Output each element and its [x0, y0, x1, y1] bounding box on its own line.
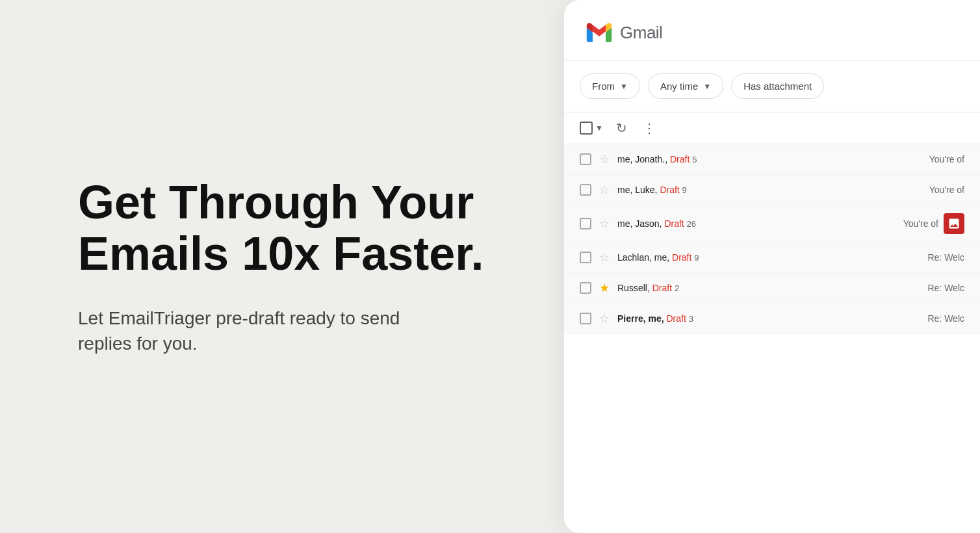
gmail-logo-icon — [585, 18, 613, 47]
email-senders: Lachlan, me, Draft 9 — [617, 252, 699, 263]
email-content: me, Jason, Draft 26 You're of — [617, 213, 964, 234]
email-checkbox[interactable] — [580, 218, 591, 229]
draft-label: Draft — [670, 154, 690, 164]
left-panel: Get Through Your Emails 10x Faster. Let … — [0, 125, 564, 409]
email-count: 5 — [692, 155, 697, 164]
email-preview: You're of — [929, 154, 964, 164]
email-checkbox[interactable] — [580, 282, 591, 294]
gmail-logo: Gmail — [585, 18, 662, 47]
table-row[interactable]: ☆ me, Jonath., Draft 5 You're of — [564, 144, 980, 175]
gmail-header: Gmail — [564, 0, 980, 60]
email-preview: Re: Welc — [927, 283, 964, 293]
email-checkbox[interactable] — [580, 184, 591, 196]
filter-anytime-label: Any time — [660, 81, 698, 92]
table-row[interactable]: ☆ me, Jason, Draft 26 You're of — [564, 205, 980, 242]
email-content: Pierre, me, Draft 3 Re: Welc — [617, 313, 964, 324]
email-count: 3 — [689, 314, 693, 324]
email-senders: me, Jason, Draft 26 — [617, 218, 696, 229]
email-content: me, Luke, Draft 9 You're of — [617, 184, 964, 196]
email-content: Lachlan, me, Draft 9 Re: Welc — [617, 252, 964, 263]
select-all-wrapper[interactable]: ▼ — [580, 122, 603, 135]
email-count: 9 — [694, 253, 699, 263]
filter-anytime-button[interactable]: Any time ▼ — [648, 73, 723, 99]
email-senders: Russell, Draft 2 — [617, 283, 679, 293]
email-checkbox[interactable] — [580, 153, 591, 165]
email-list: ☆ me, Jonath., Draft 5 You're of ☆ me, L… — [564, 144, 980, 533]
email-senders: me, Jonath., Draft 5 — [617, 154, 697, 164]
email-meta: me, Jason, Draft 26 — [617, 218, 903, 229]
email-meta: Russell, Draft 2 — [617, 282, 927, 294]
draft-label: Draft — [664, 218, 684, 229]
email-content: Russell, Draft 2 Re: Welc — [617, 282, 964, 294]
draft-label: Draft — [660, 185, 679, 195]
filter-attachment-button[interactable]: Has attachment — [731, 73, 824, 99]
email-meta: Lachlan, me, Draft 9 — [617, 252, 927, 263]
select-all-checkbox[interactable] — [580, 122, 593, 135]
email-preview: Re: Welc — [927, 313, 964, 324]
table-row[interactable]: ★ Russell, Draft 2 Re: Welc — [564, 273, 980, 304]
refresh-icon[interactable]: ↻ — [613, 118, 630, 138]
email-meta: Pierre, me, Draft 3 — [617, 313, 927, 324]
email-senders: me, Luke, Draft 9 — [617, 185, 687, 195]
filter-attachment-label: Has attachment — [743, 81, 812, 92]
gmail-panel: Gmail From ▼ Any time ▼ Has attachment ▼… — [564, 0, 980, 533]
filter-bar: From ▼ Any time ▼ Has attachment — [564, 60, 980, 112]
image-attachment-thumbnail — [944, 213, 964, 234]
gmail-title: Gmail — [620, 23, 662, 43]
email-checkbox[interactable] — [580, 252, 591, 263]
select-chevron-icon[interactable]: ▼ — [595, 124, 603, 133]
chevron-down-icon: ▼ — [620, 82, 628, 91]
subheadline: Let EmailTriager pre-draft ready to send… — [78, 306, 416, 356]
star-icon[interactable]: ☆ — [599, 311, 610, 326]
email-preview: Re: Welc — [927, 252, 964, 263]
headline: Get Through Your Emails 10x Faster. — [78, 177, 500, 280]
email-checkbox[interactable] — [580, 313, 591, 324]
image-icon — [948, 217, 961, 230]
chevron-down-icon: ▼ — [703, 82, 711, 91]
draft-label: Draft — [672, 252, 691, 263]
email-count: 26 — [687, 219, 696, 229]
filter-from-label: From — [592, 81, 615, 92]
email-count: 9 — [682, 185, 687, 195]
table-row[interactable]: ☆ Pierre, me, Draft 3 Re: Welc — [564, 304, 980, 334]
star-icon[interactable]: ☆ — [599, 183, 610, 197]
draft-label: Draft — [667, 313, 686, 324]
star-icon[interactable]: ★ — [599, 281, 610, 295]
email-content: me, Jonath., Draft 5 You're of — [617, 153, 964, 165]
email-preview: You're of — [903, 218, 938, 229]
email-meta: me, Luke, Draft 9 — [617, 184, 929, 196]
email-meta: me, Jonath., Draft 5 — [617, 153, 929, 165]
email-toolbar: ▼ ↻ ⋮ — [564, 112, 980, 144]
star-icon[interactable]: ☆ — [599, 152, 610, 166]
star-icon[interactable]: ☆ — [599, 216, 610, 231]
star-icon[interactable]: ☆ — [599, 250, 610, 265]
email-preview: You're of — [929, 185, 964, 195]
email-senders: Pierre, me, Draft 3 — [617, 313, 693, 324]
more-options-icon[interactable]: ⋮ — [640, 118, 658, 138]
email-count: 2 — [675, 283, 679, 293]
filter-from-button[interactable]: From ▼ — [580, 73, 640, 99]
table-row[interactable]: ☆ me, Luke, Draft 9 You're of — [564, 175, 980, 205]
draft-label: Draft — [652, 283, 672, 293]
table-row[interactable]: ☆ Lachlan, me, Draft 9 Re: Welc — [564, 242, 980, 273]
svg-marker-0 — [592, 25, 606, 36]
